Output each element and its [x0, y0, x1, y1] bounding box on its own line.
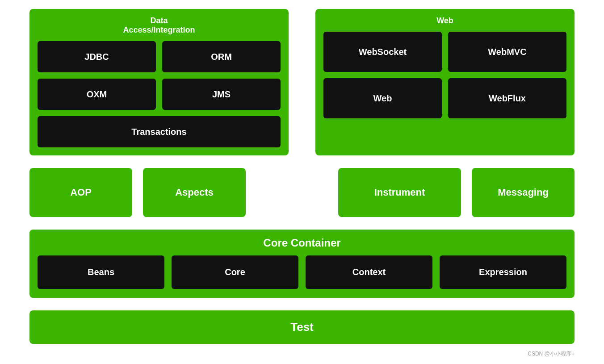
- webmvc-box: WebMVC: [448, 32, 566, 72]
- data-access-panel: Data Access/Integration JDBC ORM OXM JMS…: [29, 9, 289, 155]
- aspects-box: Aspects: [143, 168, 246, 217]
- row4: Test: [29, 310, 575, 344]
- web-box: Web: [323, 78, 442, 118]
- row3: Core Container Beans Core Context Expres…: [29, 230, 575, 298]
- core-box: Core: [172, 255, 298, 289]
- jdbc-box: JDBC: [38, 41, 156, 72]
- transactions-box: Transactions: [38, 116, 281, 147]
- data-access-title: Data Access/Integration: [38, 16, 281, 35]
- core-container-panel: Core Container Beans Core Context Expres…: [29, 230, 575, 298]
- test-panel: Test: [29, 310, 575, 344]
- orm-box: ORM: [162, 41, 281, 72]
- data-access-grid: JDBC ORM OXM JMS Transactions: [38, 41, 281, 147]
- core-container-title: Core Container: [38, 237, 566, 249]
- aop-box: AOP: [29, 168, 132, 217]
- jms-box: JMS: [162, 79, 281, 110]
- webflux-box: WebFlux: [448, 78, 566, 118]
- web-grid: WebSocket WebMVC Web WebFlux: [323, 32, 566, 118]
- messaging-box: Messaging: [472, 168, 575, 217]
- watermark: CSDN @小小程序○: [29, 348, 575, 358]
- web-title: Web: [323, 16, 566, 25]
- beans-box: Beans: [38, 255, 164, 289]
- oxm-box: OXM: [38, 79, 156, 110]
- row2: AOP Aspects Instrument Messaging: [29, 168, 575, 217]
- row1: Data Access/Integration JDBC ORM OXM JMS…: [29, 9, 575, 155]
- core-grid: Beans Core Context Expression: [38, 255, 566, 289]
- websocket-box: WebSocket: [323, 32, 442, 72]
- context-box: Context: [306, 255, 432, 289]
- diagram-wrapper: Data Access/Integration JDBC ORM OXM JMS…: [16, 0, 588, 364]
- instrument-box: Instrument: [338, 168, 461, 217]
- expression-box: Expression: [440, 255, 566, 289]
- web-panel: Web WebSocket WebMVC Web WebFlux: [315, 9, 575, 155]
- test-title: Test: [39, 320, 565, 334]
